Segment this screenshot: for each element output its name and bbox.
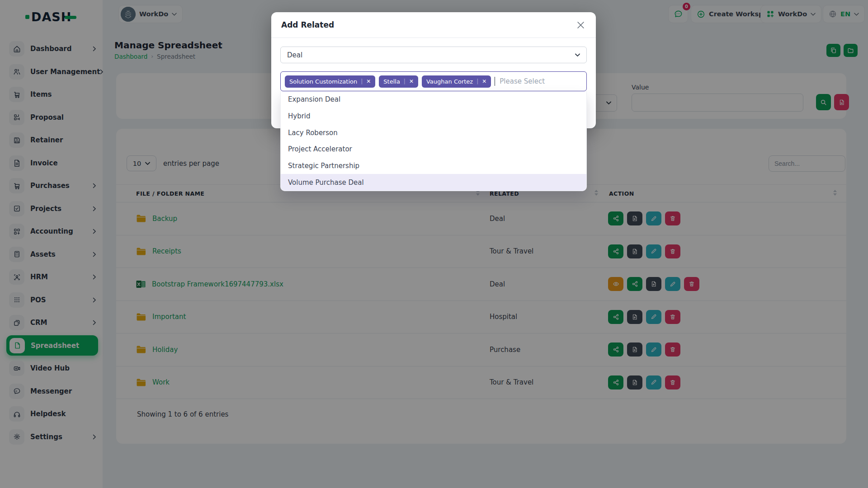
selected-tag: Solution Customization | ✕	[285, 75, 375, 88]
dropdown-option[interactable]: Strategic Partnership	[281, 158, 586, 174]
dropdown-option[interactable]: Project Accelerator	[281, 141, 586, 158]
dropdown-option[interactable]: Lacy Roberson	[281, 124, 586, 141]
tag-remove-icon[interactable]: ✕	[366, 79, 371, 84]
add-related-modal: Add Related Deal Solution Customization …	[271, 12, 596, 128]
dropdown-option-highlighted[interactable]: Volume Purchase Deal	[281, 174, 586, 191]
tag-remove-icon[interactable]: ✕	[482, 79, 486, 84]
chevron-down-icon	[575, 53, 580, 57]
related-options-dropdown: Expansion Deal Hybrid Lacy Roberson Proj…	[280, 91, 587, 191]
close-icon[interactable]	[576, 20, 586, 30]
dropdown-option[interactable]: Hybrid	[281, 108, 586, 125]
dropdown-option[interactable]: Expansion Deal	[281, 91, 586, 108]
selected-tag: Stella | ✕	[379, 75, 418, 88]
multiselect-placeholder: Please Select	[500, 77, 545, 85]
modal-title: Add Related	[281, 20, 334, 29]
text-cursor	[495, 77, 495, 86]
tag-remove-icon[interactable]: ✕	[409, 79, 414, 84]
related-type-select[interactable]: Deal	[280, 47, 587, 63]
related-multiselect[interactable]: Solution Customization | ✕ Stella | ✕ Va…	[280, 71, 587, 91]
selected-tag: Vaughan Cortez | ✕	[422, 75, 491, 88]
